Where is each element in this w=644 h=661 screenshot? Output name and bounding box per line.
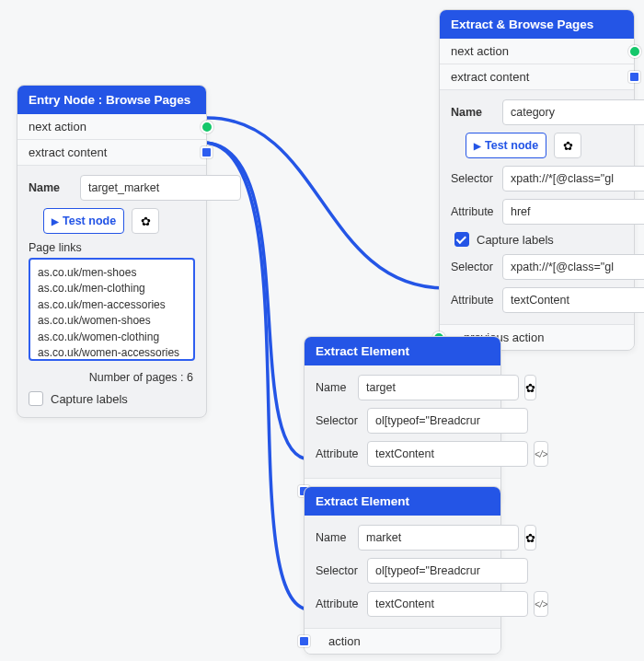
selector-input[interactable] <box>502 254 644 280</box>
attribute-input[interactable] <box>367 591 528 617</box>
selector-label: Selector <box>451 172 497 185</box>
port-label: action <box>316 634 361 648</box>
code-icon[interactable]: </> <box>534 441 548 467</box>
attribute-label: Attribute <box>451 294 497 307</box>
settings-button[interactable]: ✿ <box>524 525 536 551</box>
gear-icon: ✿ <box>563 139 573 153</box>
gear-icon: ✿ <box>141 215 151 228</box>
node-title: Extract & Browse Pages <box>440 10 634 39</box>
selector-input[interactable] <box>367 558 528 584</box>
test-node-button[interactable]: ▶Test node <box>466 133 546 158</box>
play-icon: ▶ <box>474 141 481 151</box>
capture-labels-checkbox[interactable] <box>29 391 43 406</box>
page-links-label: Page links <box>29 241 195 254</box>
gear-icon: ✿ <box>525 381 535 395</box>
name-input[interactable] <box>358 375 519 400</box>
selector-label: Selector <box>316 414 362 427</box>
attribute-label: Attribute <box>316 597 362 610</box>
settings-button[interactable]: ✿ <box>524 375 536 400</box>
port-extract-content: extract content <box>17 140 206 166</box>
port-label: next action <box>29 120 86 133</box>
name-label: Name <box>451 106 497 119</box>
play-icon: ▶ <box>52 216 59 226</box>
attribute-label: Attribute <box>451 205 497 218</box>
name-label: Name <box>316 381 352 394</box>
attribute-input[interactable] <box>367 441 528 467</box>
name-label: Name <box>29 181 75 194</box>
port-dot-square-in[interactable] <box>298 635 310 647</box>
capture-labels-checkbox[interactable] <box>454 232 469 247</box>
page-links-textarea[interactable] <box>29 258 195 361</box>
selector-input[interactable] <box>502 166 644 191</box>
settings-button[interactable]: ✿ <box>132 208 159 234</box>
name-input[interactable] <box>80 175 241 201</box>
selector-label: Selector <box>451 261 497 273</box>
attribute-label: Attribute <box>316 447 362 460</box>
page-count: Number of pages : 6 <box>29 371 195 384</box>
name-input[interactable] <box>358 525 519 551</box>
attribute-input[interactable] <box>502 199 644 225</box>
port-next-action: next action <box>440 39 634 64</box>
node-title: Extract Element <box>305 487 500 516</box>
entry-node-browse-pages: Entry Node : Browse Pages next action ex… <box>17 85 207 418</box>
gear-icon: ✿ <box>525 531 535 545</box>
code-icon[interactable]: </> <box>534 591 548 617</box>
name-label: Name <box>316 531 352 544</box>
port-dot-square[interactable] <box>628 71 640 83</box>
settings-button[interactable]: ✿ <box>554 133 581 158</box>
attribute-input[interactable] <box>502 287 644 313</box>
port-next-action: next action <box>17 114 206 140</box>
extract-element-node-1: Extract Element Name ✿ Selector Attribut… <box>304 336 501 504</box>
test-node-button[interactable]: ▶Test node <box>43 208 124 234</box>
port-dot-green[interactable] <box>201 121 213 133</box>
capture-labels-label: Capture labels <box>477 233 554 247</box>
port-label: extract content <box>451 70 529 84</box>
port-extract-content: extract content <box>440 64 634 90</box>
port-dot-green[interactable] <box>628 45 641 58</box>
selector-label: Selector <box>316 564 362 577</box>
port-label: next action <box>451 44 509 58</box>
extract-element-node-2: Extract Element Name ✿ Selector Attribut… <box>304 486 501 655</box>
port-action: action <box>305 628 500 654</box>
extract-browse-pages-node: Extract & Browse Pages next action extra… <box>439 9 635 351</box>
node-title: Entry Node : Browse Pages <box>17 86 206 114</box>
port-dot-square[interactable] <box>201 146 213 158</box>
capture-labels-label: Capture labels <box>51 392 128 406</box>
node-title: Extract Element <box>305 337 500 365</box>
selector-input[interactable] <box>367 408 528 434</box>
name-input[interactable] <box>502 99 644 125</box>
port-label: extract content <box>29 145 107 159</box>
